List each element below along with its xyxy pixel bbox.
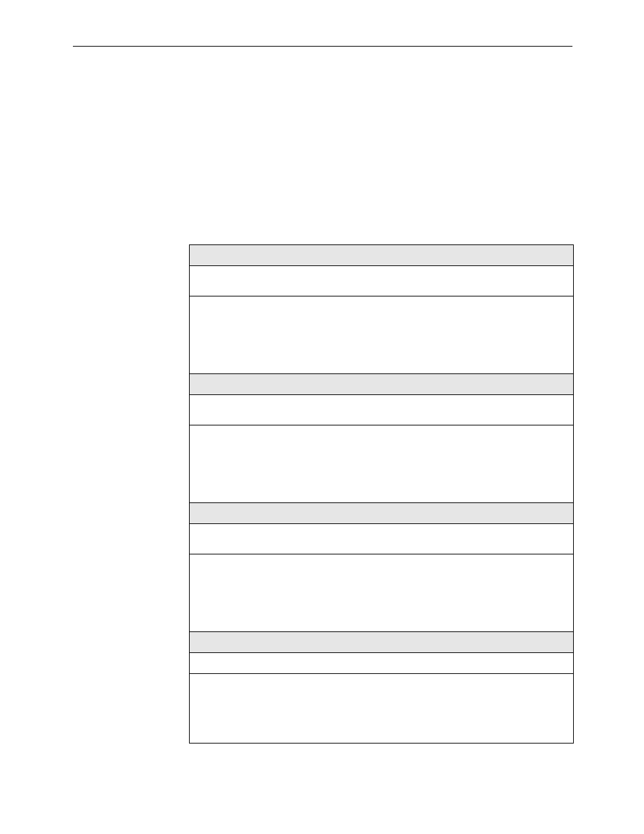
table-row [190, 632, 574, 653]
table-cell [190, 632, 574, 653]
header-rule [73, 46, 572, 47]
table-row [190, 524, 574, 554]
table-row [190, 395, 574, 425]
table-row [190, 296, 574, 374]
table-row [190, 653, 574, 674]
table-cell [190, 395, 574, 425]
table-cell [190, 296, 574, 374]
table-row [190, 503, 574, 524]
table-cell [190, 245, 574, 266]
table-cell [190, 653, 574, 674]
table-cell [190, 674, 574, 744]
table-row [190, 266, 574, 296]
table-row [190, 554, 574, 632]
table-row [190, 245, 574, 266]
table-cell [190, 425, 574, 503]
table-cell [190, 524, 574, 554]
table-cell [190, 554, 574, 632]
table-row [190, 674, 574, 744]
layout-table [189, 244, 574, 744]
table-cell [190, 503, 574, 524]
table-cell [190, 266, 574, 296]
table-row [190, 374, 574, 395]
table-cell [190, 374, 574, 395]
table-row [190, 425, 574, 503]
